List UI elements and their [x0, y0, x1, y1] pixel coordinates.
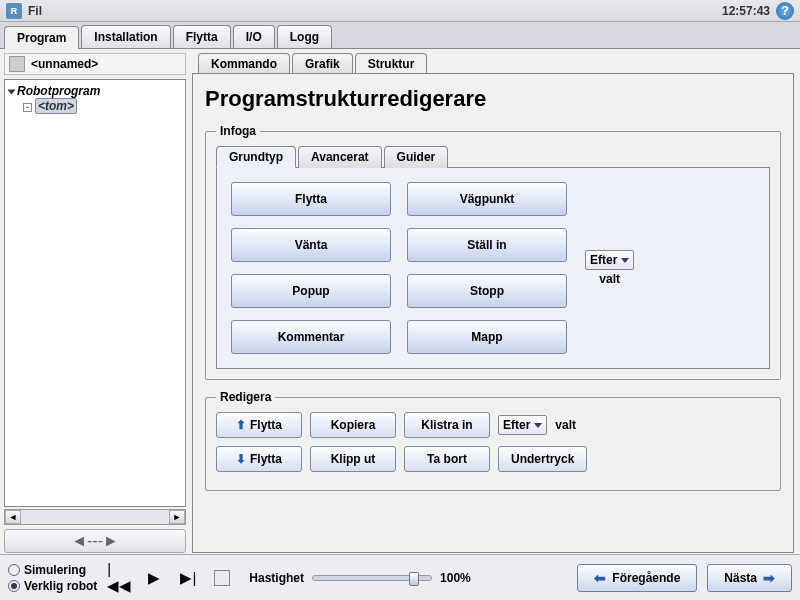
- help-icon[interactable]: ?: [776, 2, 794, 20]
- arrow-up-icon: ⬆: [236, 418, 246, 432]
- insert-popup-button[interactable]: Popup: [231, 274, 391, 308]
- speed-label: Hastighet: [249, 571, 304, 585]
- move-up-button[interactable]: ⬆Flytta: [216, 412, 302, 438]
- insert-tab-guider[interactable]: Guider: [384, 146, 449, 168]
- insert-stopp-button[interactable]: Stopp: [407, 274, 567, 308]
- insert-stallin-button[interactable]: Ställ in: [407, 228, 567, 262]
- step-button[interactable]: ▶|: [175, 567, 201, 589]
- subtab-struktur[interactable]: Struktur: [355, 53, 428, 74]
- chevron-down-icon: [534, 423, 542, 428]
- edit-group: Redigera ⬆Flytta Kopiera Klistra in Efte…: [205, 390, 781, 491]
- tab-io[interactable]: I/O: [233, 25, 275, 48]
- speed-value: 100%: [440, 571, 471, 585]
- tree-hscroll[interactable]: ◄ ►: [4, 509, 186, 525]
- copy-button[interactable]: Kopiera: [310, 412, 396, 438]
- subtab-grafik[interactable]: Grafik: [292, 53, 353, 74]
- edit-position-select[interactable]: Efter: [498, 415, 547, 435]
- insert-flytta-button[interactable]: Flytta: [231, 182, 391, 216]
- paste-button[interactable]: Klistra in: [404, 412, 490, 438]
- scroll-left-icon[interactable]: ◄: [5, 510, 21, 524]
- tab-logg[interactable]: Logg: [277, 25, 332, 48]
- disk-icon[interactable]: [9, 56, 25, 72]
- slider-thumb[interactable]: [409, 572, 419, 586]
- arrow-down-icon: ⬇: [236, 452, 246, 466]
- prev-button[interactable]: ⬅Föregående: [577, 564, 697, 592]
- insert-mapp-button[interactable]: Mapp: [407, 320, 567, 354]
- jog-control[interactable]: ◄---►: [4, 529, 186, 553]
- insert-tab-grundtyp[interactable]: Grundtyp: [216, 146, 296, 168]
- cut-button[interactable]: Klipp ut: [310, 446, 396, 472]
- speed-slider[interactable]: [312, 575, 432, 581]
- program-tree[interactable]: Robotprogram -<tom>: [4, 79, 186, 507]
- scroll-track[interactable]: [21, 510, 169, 524]
- clock: 12:57:43: [722, 4, 770, 18]
- scroll-right-icon[interactable]: ►: [169, 510, 185, 524]
- arrow-right-icon: ➡: [763, 570, 775, 586]
- chevron-down-icon: [621, 258, 629, 263]
- insert-position-select[interactable]: Efter: [585, 250, 634, 270]
- insert-vanta-button[interactable]: Vänta: [231, 228, 391, 262]
- edit-position-label: valt: [555, 418, 576, 432]
- sub-tabs: Kommando Grafik Struktur: [192, 53, 794, 74]
- app-logo: R: [6, 3, 22, 19]
- move-down-button[interactable]: ⬇Flytta: [216, 446, 302, 472]
- file-name: <unnamed>: [31, 57, 98, 71]
- edit-legend: Redigera: [216, 390, 275, 404]
- insert-tab-avancerat[interactable]: Avancerat: [298, 146, 382, 168]
- real-radio[interactable]: Verklig robot: [8, 579, 97, 593]
- tab-flytta[interactable]: Flytta: [173, 25, 231, 48]
- insert-position-label: valt: [585, 272, 634, 286]
- play-button[interactable]: ▶: [141, 567, 167, 589]
- tab-installation[interactable]: Installation: [81, 25, 170, 48]
- tree-root[interactable]: Robotprogram: [17, 84, 100, 98]
- insert-group: Infoga Grundtyp Avancerat Guider Flytta …: [205, 124, 781, 380]
- arrow-left-icon: ⬅: [594, 570, 606, 586]
- subtab-kommando[interactable]: Kommando: [198, 53, 290, 74]
- stop-button[interactable]: [209, 567, 235, 589]
- insert-vagpunkt-button[interactable]: Vägpunkt: [407, 182, 567, 216]
- delete-button[interactable]: Ta bort: [404, 446, 490, 472]
- editor-title: Programstrukturredigerare: [205, 86, 781, 112]
- file-bar: <unnamed>: [4, 53, 186, 75]
- next-button[interactable]: Nästa➡: [707, 564, 792, 592]
- sim-radio[interactable]: Simulering: [8, 563, 97, 577]
- insert-kommentar-button[interactable]: Kommentar: [231, 320, 391, 354]
- suppress-button[interactable]: Undertryck: [498, 446, 587, 472]
- main-tabs: Program Installation Flytta I/O Logg: [0, 22, 800, 49]
- rewind-button[interactable]: |◀◀: [107, 567, 133, 589]
- menu-file[interactable]: Fil: [28, 4, 42, 18]
- tree-child[interactable]: <tom>: [35, 98, 77, 114]
- tab-program[interactable]: Program: [4, 26, 79, 49]
- insert-legend: Infoga: [216, 124, 260, 138]
- tree-expand-icon[interactable]: [8, 89, 16, 94]
- tree-collapse-icon[interactable]: -: [23, 103, 32, 112]
